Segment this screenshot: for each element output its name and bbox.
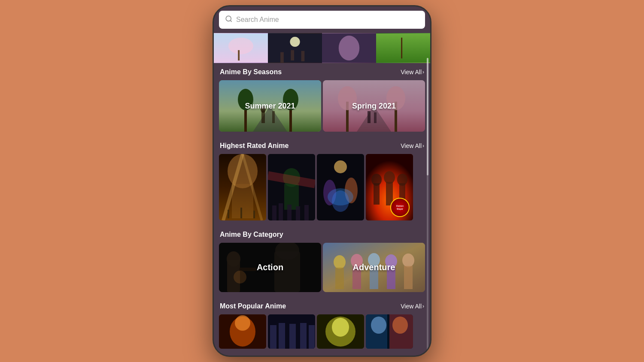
svg-rect-42 xyxy=(272,205,276,220)
highest-rated-chevron-icon: › xyxy=(422,143,424,149)
demon-slayer-badge: DemonSlayer xyxy=(390,198,410,217)
svg-rect-84 xyxy=(279,323,285,349)
search-bar-container: Search Anime xyxy=(214,6,430,33)
seasons-view-all[interactable]: View All › xyxy=(401,69,424,75)
search-placeholder-text: Search Anime xyxy=(236,16,279,24)
svg-rect-13 xyxy=(401,38,402,58)
phone-device: Search Anime xyxy=(213,5,431,357)
svg-rect-87 xyxy=(309,325,315,349)
category-card-action[interactable]: Action xyxy=(219,243,321,292)
svg-rect-43 xyxy=(279,203,283,220)
svg-point-6 xyxy=(290,37,300,47)
svg-rect-12 xyxy=(376,33,430,63)
seasons-chevron-icon: › xyxy=(422,69,424,75)
banner-item-1 xyxy=(214,33,268,63)
seasons-section-header: Anime By Seasons View All › xyxy=(214,63,430,80)
svg-point-11 xyxy=(339,36,359,60)
popular-card-4[interactable] xyxy=(366,314,413,349)
svg-rect-4 xyxy=(238,50,240,60)
search-bar[interactable]: Search Anime xyxy=(219,11,425,29)
svg-rect-45 xyxy=(296,206,300,220)
anime-card-kny[interactable] xyxy=(268,154,315,220)
svg-point-49 xyxy=(334,160,347,173)
svg-point-90 xyxy=(332,318,349,337)
anime-card-kny-movie[interactable] xyxy=(317,154,364,220)
category-card-adventure[interactable]: Adventure xyxy=(323,243,425,292)
svg-line-1 xyxy=(230,20,231,21)
banner-item-3 xyxy=(322,33,376,63)
summer-bg: Summer 2021 xyxy=(219,80,321,132)
svg-point-0 xyxy=(226,16,231,21)
svg-rect-36 xyxy=(228,210,229,218)
svg-rect-85 xyxy=(289,324,296,349)
svg-rect-38 xyxy=(253,211,255,218)
svg-rect-8 xyxy=(291,50,294,60)
highest-rated-row: DemonSlayer xyxy=(214,154,430,226)
adventure-overlay: Adventure xyxy=(323,243,425,292)
spring-overlay: Spring 2021 xyxy=(323,80,425,132)
banner-item-4 xyxy=(376,33,430,63)
season-card-spring[interactable]: Spring 2021 xyxy=(323,80,425,132)
seasons-title: Anime By Seasons xyxy=(220,68,282,76)
anime-card-aot[interactable] xyxy=(219,154,266,220)
scrollbar-track xyxy=(427,58,428,351)
svg-point-81 xyxy=(235,315,250,331)
banner-item-2 xyxy=(268,33,322,63)
svg-point-3 xyxy=(228,38,253,54)
banner-image-4 xyxy=(376,33,430,63)
svg-rect-9 xyxy=(301,51,305,61)
phone-screen: Search Anime xyxy=(214,6,430,356)
season-card-summer[interactable]: Summer 2021 xyxy=(219,80,321,132)
popular-card-2[interactable] xyxy=(268,314,315,349)
seasons-grid: Summer 2021 xyxy=(214,80,430,137)
popular-card-3[interactable] xyxy=(317,314,364,349)
svg-rect-7 xyxy=(280,52,284,63)
most-popular-chevron-icon: › xyxy=(422,303,424,309)
svg-rect-56 xyxy=(374,183,380,205)
anime-card-ds[interactable]: DemonSlayer xyxy=(366,154,413,220)
category-title: Anime By Category xyxy=(220,231,283,238)
highest-rated-section-header: Highest Rated Anime View All › xyxy=(214,137,430,154)
spring-label: Spring 2021 xyxy=(352,102,396,111)
highest-rated-title: Highest Rated Anime xyxy=(220,142,289,150)
action-overlay: Action xyxy=(219,243,321,292)
adventure-label: Adventure xyxy=(353,262,395,272)
popular-card-1[interactable] xyxy=(219,314,266,349)
most-popular-view-all[interactable]: View All › xyxy=(401,303,424,310)
svg-point-53 xyxy=(328,188,353,205)
svg-rect-83 xyxy=(270,325,276,349)
category-grid: Action xyxy=(214,243,430,297)
banner-image-1 xyxy=(214,33,268,63)
scroll-content[interactable]: Anime By Seasons View All › xyxy=(214,33,430,356)
svg-rect-86 xyxy=(300,323,307,349)
top-banner-strip xyxy=(214,33,430,63)
most-popular-title: Most Popular Anime xyxy=(220,302,286,310)
highest-rated-view-all[interactable]: View All › xyxy=(401,142,424,149)
svg-rect-46 xyxy=(304,205,309,220)
svg-point-94 xyxy=(371,317,386,334)
banner-image-2 xyxy=(268,33,322,63)
svg-point-95 xyxy=(392,317,408,334)
summer-overlay: Summer 2021 xyxy=(219,80,321,132)
banner-image-3 xyxy=(322,33,376,63)
category-section-header: Anime By Category xyxy=(214,226,430,243)
svg-rect-37 xyxy=(240,208,242,218)
action-label: Action xyxy=(257,262,283,272)
spring-bg: Spring 2021 xyxy=(323,80,425,132)
svg-rect-33 xyxy=(232,184,253,218)
most-popular-section-header: Most Popular Anime View All › xyxy=(214,297,430,314)
most-popular-row xyxy=(214,314,430,354)
scrollbar-thumb xyxy=(427,58,428,175)
summer-label: Summer 2021 xyxy=(245,102,295,111)
svg-rect-44 xyxy=(287,205,292,220)
search-icon xyxy=(225,15,233,24)
